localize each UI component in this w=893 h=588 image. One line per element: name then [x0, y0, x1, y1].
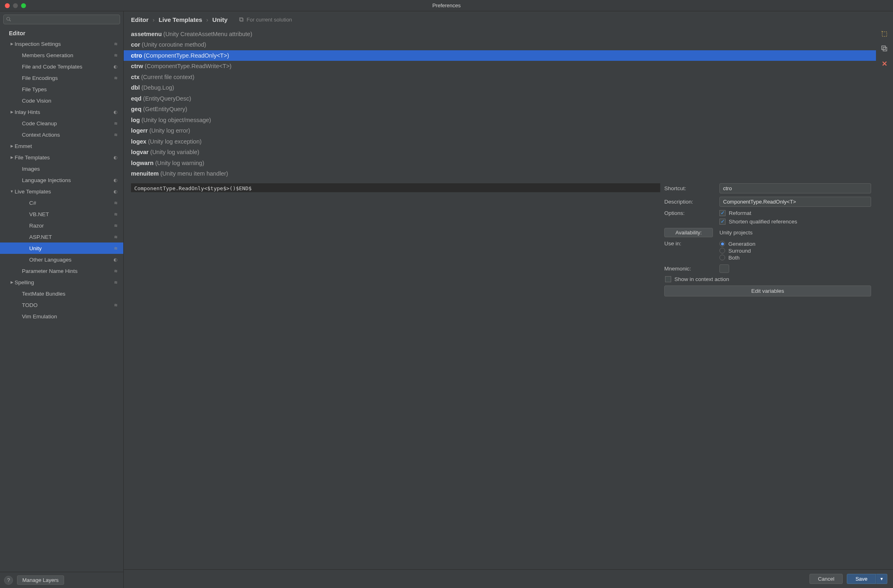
tree-row-label: Razor	[29, 223, 112, 229]
help-button[interactable]: ?	[4, 576, 13, 585]
template-row[interactable]: logex (Unity log exception)	[124, 136, 876, 147]
reformat-checkbox[interactable]	[719, 210, 726, 216]
tree-row[interactable]: Context Actions≋	[0, 129, 123, 140]
template-code-editor[interactable]: ComponentType.ReadOnly<$type$>()$END$	[131, 183, 660, 192]
tree-row[interactable]: ASP.NET≋	[0, 231, 123, 242]
template-abbr: logerr	[131, 127, 149, 134]
tree-row[interactable]: File Types	[0, 84, 123, 95]
tree-row[interactable]: Unity≋	[0, 242, 123, 254]
svg-rect-4	[882, 32, 887, 36]
mnemonic-input[interactable]	[719, 264, 729, 273]
template-row[interactable]: ctrw (ComponentType.ReadWrite<T>)	[124, 61, 876, 71]
window-minimize-button[interactable]	[13, 3, 18, 8]
tree-row[interactable]: Vim Emulation	[0, 311, 123, 322]
svg-rect-7	[882, 46, 885, 49]
cancel-button[interactable]: Cancel	[809, 574, 843, 584]
template-abbr: log	[131, 117, 142, 123]
window-close-button[interactable]	[5, 3, 10, 8]
tree-row-label: File Encodings	[22, 75, 112, 81]
tree-row[interactable]: Parameter Name Hints≋	[0, 265, 123, 277]
breadcrumb-item[interactable]: Live Templates	[159, 16, 202, 23]
tree-row[interactable]: ▶Inspection Settings≋	[0, 38, 123, 49]
tree-row[interactable]: ▼Live Templates◐	[0, 186, 123, 197]
chevron-right-icon[interactable]: ▶	[9, 42, 15, 46]
chevron-right-icon[interactable]: ▶	[9, 280, 15, 284]
tree-row-label: File Types	[22, 86, 112, 92]
template-abbr: assetmenu	[131, 31, 163, 37]
tree-row[interactable]: File Encodings≋	[0, 72, 123, 84]
edit-variables-button[interactable]: Edit variables	[664, 285, 871, 296]
tree-row-label: TODO	[22, 302, 112, 308]
for-current-solution-link[interactable]: For current solution	[239, 17, 292, 23]
tree-row[interactable]: TODO≋	[0, 299, 123, 311]
breadcrumb-item[interactable]: Unity	[213, 16, 228, 23]
tree-row[interactable]: Other Languages◐	[0, 254, 123, 265]
tree-row[interactable]: ▶Inlay Hints◐	[0, 106, 123, 118]
template-row[interactable]: assetmenu (Unity CreateAssetMenu attribu…	[124, 29, 876, 39]
search-input[interactable]	[3, 15, 120, 24]
template-abbr: ctx	[131, 74, 141, 80]
template-row[interactable]: geq (GetEntityQuery)	[124, 104, 876, 114]
layers-icon: ≋	[114, 200, 118, 206]
tree-row[interactable]: ▶Spelling≋	[0, 277, 123, 288]
template-abbr: cor	[131, 41, 142, 48]
template-abbr: menuitem	[131, 170, 161, 177]
layers-icon: ≋	[114, 234, 118, 240]
chevron-right-icon[interactable]: ▶	[9, 110, 15, 114]
tree-row[interactable]: Code Cleanup≋	[0, 118, 123, 129]
description-input[interactable]	[719, 197, 871, 207]
tree-row-label: ASP.NET	[29, 234, 112, 240]
sidebar: Editor ▶Inspection Settings≋Members Gene…	[0, 11, 124, 588]
tree-row-label: Code Vision	[22, 98, 112, 104]
tree-row[interactable]: ▶File Templates◐	[0, 152, 123, 163]
settings-tree: Editor ▶Inspection Settings≋Members Gene…	[0, 27, 123, 572]
usein-generation-radio[interactable]	[719, 241, 725, 247]
shorten-checkbox[interactable]	[719, 219, 726, 225]
template-row[interactable]: ctx (Current file context)	[124, 72, 876, 82]
window-maximize-button[interactable]	[21, 3, 26, 8]
chevron-right-icon: ›	[152, 16, 155, 23]
mnemonic-label: Mnemonic:	[664, 266, 713, 272]
tree-row[interactable]: File and Code Templates◐	[0, 61, 123, 72]
duplicate-template-icon[interactable]	[881, 45, 888, 52]
tree-row-label: C#	[29, 200, 112, 206]
availability-button[interactable]: Availability:	[664, 228, 713, 237]
save-button[interactable]: Save	[847, 574, 876, 584]
chevron-right-icon[interactable]: ▶	[9, 144, 15, 148]
chevron-down-icon[interactable]: ▼	[9, 189, 15, 193]
manage-layers-button[interactable]: Manage Layers	[17, 575, 64, 585]
template-row[interactable]: cor (Unity coroutine method)	[124, 39, 876, 50]
tree-row[interactable]: Members Generation≋	[0, 49, 123, 61]
template-desc: (Current file context)	[141, 74, 194, 80]
template-row[interactable]: eqd (EntityQueryDesc)	[124, 93, 876, 104]
tree-row[interactable]: Code Vision	[0, 95, 123, 106]
tree-row[interactable]: C#≋	[0, 197, 123, 208]
shortcut-input[interactable]	[719, 183, 871, 193]
new-template-icon[interactable]: *	[881, 30, 888, 38]
template-row[interactable]: log (Unity log object/message)	[124, 115, 876, 125]
show-context-checkbox[interactable]	[665, 276, 671, 282]
template-row[interactable]: menuitem (Unity menu item handler)	[124, 168, 876, 179]
tree-row[interactable]: ▶Emmet	[0, 140, 123, 152]
save-dropdown-icon[interactable]: ▼	[876, 574, 887, 584]
template-row[interactable]: logwarn (Unity log warning)	[124, 158, 876, 168]
tree-row[interactable]: Language Injections◐	[0, 174, 123, 186]
usein-surround-radio[interactable]	[719, 248, 725, 253]
template-row[interactable]: ctro (ComponentType.ReadOnly<T>)	[124, 50, 876, 61]
layers-icon: ≋	[114, 41, 118, 47]
delete-template-icon[interactable]: ✕	[882, 60, 887, 68]
usein-both-radio[interactable]	[719, 255, 725, 260]
tree-row[interactable]: Razor≋	[0, 220, 123, 231]
tree-row[interactable]: TextMate Bundles	[0, 288, 123, 299]
chevron-right-icon[interactable]: ▶	[9, 155, 15, 159]
template-desc: (Unity CreateAssetMenu attribute)	[163, 31, 252, 37]
template-row[interactable]: dbl (Debug.Log)	[124, 82, 876, 93]
breadcrumb-item[interactable]: Editor	[131, 16, 148, 23]
tree-row-label: Other Languages	[29, 257, 112, 263]
tree-row[interactable]: Images	[0, 163, 123, 174]
template-toolbar: * ✕	[876, 26, 893, 569]
template-row[interactable]: logvar (Unity log variable)	[124, 147, 876, 157]
template-row[interactable]: logerr (Unity log error)	[124, 125, 876, 136]
shortcut-label: Shortcut:	[664, 185, 713, 191]
tree-row[interactable]: VB.NET≋	[0, 208, 123, 220]
